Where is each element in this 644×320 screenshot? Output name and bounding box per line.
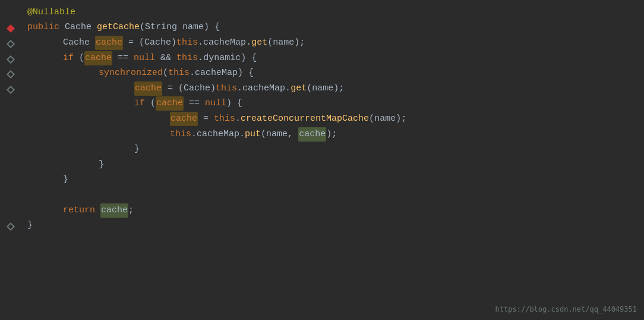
line-close-brace-1: }	[27, 142, 644, 157]
line-close-final: }	[27, 218, 644, 233]
gutter-line-10	[0, 143, 21, 158]
code-lines: @Nullable public Cache getCache(String n…	[21, 5, 644, 315]
gutter-line-5[interactable]	[0, 67, 21, 82]
paren-open: (	[140, 20, 145, 34]
gutter-line-12	[0, 174, 21, 189]
type-string: String	[145, 20, 182, 34]
var-cache-highlighted: cache	[95, 36, 123, 50]
watermark: https://blog.csdn.net/qq_44049351	[495, 304, 637, 315]
line-annotation: @Nullable	[27, 5, 644, 20]
var-cache-assign: cache	[134, 81, 162, 96]
line-empty	[27, 187, 644, 203]
gutter-line-4[interactable]	[0, 52, 21, 67]
type-cache2: Cache	[63, 36, 95, 50]
var-cache-return: cache	[100, 203, 128, 218]
gutter-line-2[interactable]	[0, 21, 21, 37]
var-cache-if: cache	[84, 51, 112, 65]
gutter-line-13	[0, 189, 21, 204]
gutter-line-3[interactable]	[0, 36, 21, 52]
line-cachemap-put: this.cacheMap.put(name, cache);	[27, 127, 644, 142]
gutter-line-14	[0, 204, 21, 219]
line-method-sig: public Cache getCache(String name) {	[27, 20, 644, 36]
kw-public: public	[27, 20, 65, 34]
line-cache-assign: cache = (Cache)this.cacheMap.get(name);	[27, 81, 644, 96]
gutter-line-6[interactable]	[0, 82, 21, 98]
var-name: name	[182, 20, 204, 34]
line-if-null: if (cache == null) {	[27, 96, 644, 112]
method-getcache: getCache	[97, 20, 140, 34]
code-container: @Nullable public Cache getCache(String n…	[0, 0, 644, 320]
gutter-line-15[interactable]	[0, 219, 21, 234]
line-close-brace-2: }	[27, 157, 644, 172]
paren-close: ) {	[204, 20, 220, 34]
gutter-line-9	[0, 128, 21, 143]
annotation-nullable: @Nullable	[27, 5, 75, 20]
gutter	[0, 5, 21, 315]
var-cache-create: cache	[170, 112, 198, 126]
var-cache-if2: cache	[156, 96, 184, 111]
gutter-line-8	[0, 112, 21, 128]
gutter-line-7	[0, 98, 21, 113]
line-cache-create: cache = this.createConcurrentMapCache(na…	[27, 111, 644, 127]
line-cache-decl: Cache cache = (Cache)this.cacheMap.get(n…	[27, 35, 644, 51]
gutter-line-1	[0, 6, 21, 21]
line-synchronized: synchronized(this.cacheMap) {	[27, 65, 644, 81]
var-cache-put: cache	[298, 127, 326, 142]
line-return: return cache;	[27, 203, 644, 218]
type-cache: Cache	[65, 20, 97, 34]
line-close-brace-3: }	[27, 172, 644, 188]
gutter-line-11	[0, 158, 21, 174]
line-if-null-dynamic: if (cache == null && this.dynamic) {	[27, 51, 644, 66]
